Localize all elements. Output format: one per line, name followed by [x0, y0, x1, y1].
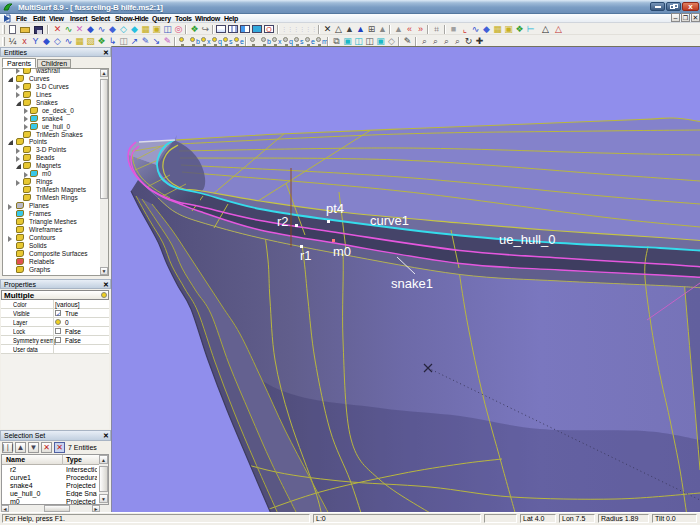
svg-text:pt4: pt4 [326, 201, 344, 216]
svg-text:snake1: snake1 [391, 276, 433, 291]
svg-text:r2: r2 [277, 214, 289, 229]
svg-text:ue_hull_0: ue_hull_0 [499, 232, 555, 247]
svg-text:m0: m0 [333, 244, 351, 259]
svg-text:r1: r1 [300, 248, 312, 263]
svg-text:curve1: curve1 [370, 213, 409, 228]
